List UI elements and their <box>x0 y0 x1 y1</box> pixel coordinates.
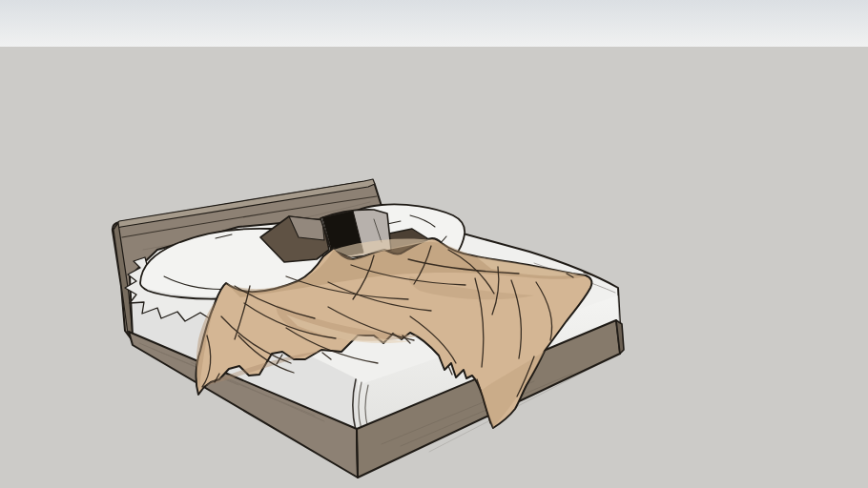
frame-corner-edge <box>357 429 358 478</box>
sky <box>0 0 868 47</box>
3d-viewport[interactable] <box>0 0 868 488</box>
